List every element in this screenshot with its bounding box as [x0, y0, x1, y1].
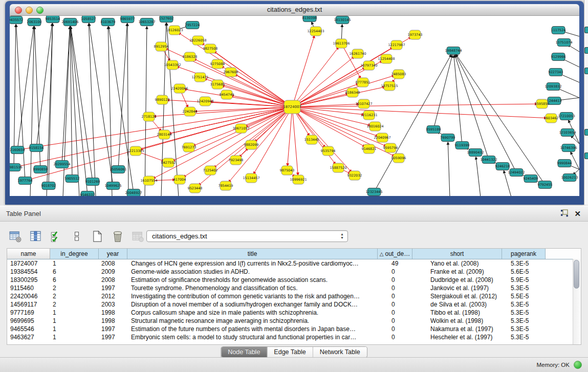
column-visibility-icon[interactable] — [29, 230, 42, 244]
graph-node[interactable]: 12323445 — [365, 188, 382, 196]
graph-node[interactable]: 1973743 — [408, 30, 423, 39]
graph-node[interactable]: 7957224 — [185, 21, 200, 29]
cell-in-degree[interactable]: 1 — [50, 309, 99, 317]
citation-edge[interactable] — [562, 59, 579, 67]
graph-node[interactable]: 10996921 — [290, 175, 307, 184]
citation-edge[interactable] — [89, 24, 113, 186]
cell-title[interactable]: Estimation of the future numbers of pati… — [127, 325, 378, 333]
graph-node[interactable]: 12254403 — [307, 27, 324, 36]
cell-short[interactable]: Franke et al. (2009) — [412, 268, 502, 276]
cell-short[interactable]: Nakamura et al. (1997) — [412, 325, 502, 333]
graph-node[interactable]: 8427552 — [161, 158, 176, 167]
graph-node[interactable]: 9853514 — [46, 16, 60, 23]
citation-edge[interactable] — [560, 74, 579, 82]
cell-title[interactable]: Genome-wide association studies in ADHD. — [127, 268, 378, 276]
table-row[interactable]: 977716911998Corpus callosum shape and si… — [7, 309, 581, 317]
graph-node[interactable]: 18016024 — [366, 122, 383, 131]
graph-node[interactable]: 13751074 — [555, 39, 572, 47]
network-window-titlebar[interactable]: citations_edges.txt — [10, 4, 579, 16]
column-header-year[interactable]: year — [99, 249, 127, 259]
graph-node[interactable]: 9227343 — [549, 69, 563, 76]
citation-edge[interactable] — [292, 36, 314, 107]
cell-short[interactable]: Stergiakouli et al. (2012) — [412, 292, 502, 300]
citation-edge[interactable] — [292, 107, 298, 175]
graph-node[interactable]: 10441322 — [480, 156, 497, 164]
cell-out-de-[interactable]: 0 — [378, 300, 412, 309]
cell-name[interactable]: 18724007 — [7, 259, 50, 268]
cell-title[interactable]: Structural magnetic resonance image aver… — [127, 317, 378, 325]
graph-node[interactable]: 9595794 — [383, 143, 398, 152]
cell-in-degree[interactable]: 1 — [50, 317, 99, 325]
graph-node[interactable]: 7691273 — [182, 143, 197, 152]
cell-out-de-[interactable]: 0 — [378, 325, 412, 333]
graph-node[interactable]: 1977764 — [18, 177, 33, 185]
cell-in-degree[interactable]: 1 — [50, 325, 99, 333]
graph-node[interactable]: 8186328 — [183, 52, 198, 61]
citation-edge[interactable] — [292, 107, 547, 118]
citation-edge[interactable] — [70, 27, 72, 179]
cell-out-de-[interactable]: 0 — [378, 292, 412, 300]
cell-pagerank[interactable]: 5.6E-5 — [502, 268, 546, 276]
citation-edge[interactable] — [448, 142, 450, 196]
new-column-icon[interactable] — [90, 230, 104, 244]
graph-node[interactable]: 9523448 — [188, 184, 203, 193]
graph-node[interactable]: 12103654 — [559, 129, 576, 137]
table-mode-icon[interactable] — [8, 230, 22, 244]
graph-node[interactable]: 9275084 — [210, 59, 225, 69]
cell-name[interactable]: 9465546 — [7, 325, 50, 333]
citation-edge[interactable] — [292, 107, 395, 156]
cell-pagerank[interactable]: 5.9E-5 — [502, 276, 546, 284]
cell-short[interactable]: Wolkin et al. (1998) — [412, 317, 502, 325]
graph-node[interactable]: 9322032 — [347, 171, 362, 180]
citation-edge[interactable] — [184, 107, 292, 177]
cell-in-degree[interactable]: 1 — [50, 259, 99, 268]
table-row[interactable]: 969969511998Structural magnetic resonanc… — [7, 317, 581, 325]
network-canvas[interactable]: 9435572206310098535142069140610585278103… — [10, 16, 579, 196]
graph-node[interactable]: 9158154 — [29, 144, 44, 152]
citation-edge[interactable] — [559, 98, 579, 100]
cell-short[interactable]: Dudbridge et al. (2008) — [412, 276, 502, 284]
graph-node[interactable]: 19848744 — [445, 47, 462, 55]
graph-node[interactable]: 1058527 — [81, 16, 96, 23]
column-header-out-de-[interactable]: △out_de… — [378, 249, 412, 259]
graph-node[interactable]: 18126023 — [166, 26, 183, 35]
cell-pagerank[interactable]: 5.3E-5 — [502, 259, 546, 268]
cell-year[interactable]: 2008 — [99, 276, 127, 284]
graph-node[interactable]: 1513445 — [304, 135, 319, 144]
graph-node[interactable]: 2242844 — [183, 107, 198, 116]
graph-node[interactable]: 8454749 — [220, 90, 234, 99]
cell-in-degree[interactable]: 2 — [50, 300, 99, 309]
cell-in-degree[interactable]: 1 — [50, 333, 99, 341]
tab-edge-table[interactable]: Edge Table — [267, 347, 312, 357]
graph-node[interactable]: 1595850 — [535, 99, 550, 108]
graph-node[interactable]: 10026213 — [561, 174, 578, 182]
tab-network-table[interactable]: Network Table — [313, 347, 367, 357]
column-header-title[interactable]: title — [127, 249, 378, 259]
delete-table-icon[interactable] — [131, 230, 145, 244]
graph-node[interactable]: 8130398 — [302, 16, 317, 22]
graph-node[interactable]: 9882099 — [244, 140, 259, 149]
citation-edge[interactable] — [63, 27, 70, 196]
cell-short[interactable]: Yano et al. (2008) — [412, 259, 502, 268]
citation-edge[interactable] — [118, 24, 127, 169]
graph-node[interactable]: 9435572 — [10, 16, 23, 24]
cell-name[interactable]: 9463627 — [7, 333, 50, 341]
graph-node[interactable]: 7485083 — [391, 70, 406, 79]
graph-node[interactable]: 10107427 — [355, 99, 372, 108]
graph-node[interactable]: 12093832 — [545, 83, 561, 91]
graph-node[interactable]: 1117524 — [551, 27, 566, 34]
cell-in-degree[interactable]: 2 — [50, 292, 99, 300]
select-attributes-icon[interactable] — [49, 230, 63, 244]
cell-in-degree[interactable]: 6 — [50, 276, 99, 284]
graph-node[interactable]: 8595189 — [426, 126, 441, 134]
graph-node[interactable]: 8990859 — [33, 166, 48, 173]
cell-short[interactable]: Hescheler et al. (1997) — [412, 333, 502, 341]
cell-out-de-[interactable]: 0 — [378, 317, 412, 325]
citation-edge[interactable] — [62, 27, 70, 164]
citation-edge[interactable] — [374, 55, 451, 192]
cell-title[interactable]: Changes of HCN gene expression and I(f) … — [127, 259, 378, 268]
cell-pagerank[interactable]: 5.3E-5 — [502, 284, 546, 292]
table-selector-dropdown[interactable]: citations_edges.txt ▲▼ — [146, 230, 348, 242]
graph-node[interactable]: 2160659 — [10, 146, 25, 154]
graph-node[interactable]: 20691406 — [61, 18, 78, 26]
